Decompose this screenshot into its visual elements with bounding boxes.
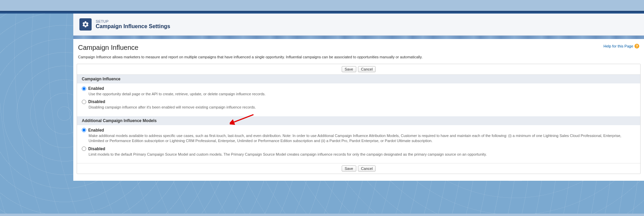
radio-am-enabled[interactable] [82, 128, 86, 132]
radio-label-ci-disabled: Disabled [88, 99, 105, 104]
content-wrapper: SETUP Campaign Influence Settings Campai… [73, 14, 644, 181]
save-button[interactable]: Save [342, 66, 356, 72]
cancel-button-bottom[interactable]: Cancel [358, 165, 376, 172]
radio-group-additional-models: Enabled Make additional models available… [77, 125, 640, 163]
page-heading: Campaign Influence [78, 44, 138, 52]
radio-desc-ci-enabled: Use the opportunity detail page or the A… [89, 92, 636, 97]
section-header-campaign-influence: Campaign Influence [77, 75, 640, 83]
top-bar [0, 0, 644, 11]
section-header-additional-models-text: Additional Campaign Influence Models [82, 118, 157, 123]
main-background: SETUP Campaign Influence Settings Campai… [0, 14, 644, 214]
radio-item-ci-enabled: Enabled Use the opportunity detail page … [82, 86, 636, 97]
button-row-top: Save Cancel [77, 64, 640, 75]
help-link-text: Help for this Page [604, 44, 633, 48]
main-panel: Campaign Influence Help for this Page ? … [73, 39, 644, 181]
header-title: Campaign Influence Settings [96, 23, 170, 30]
radio-ci-disabled[interactable] [82, 100, 86, 104]
decorative-strip [73, 36, 644, 39]
radio-label-am-disabled: Disabled [88, 146, 105, 151]
section-header-additional-models: Additional Campaign Influence Models [77, 116, 640, 125]
form-container: Save Cancel Campaign Influence Enabled U… [77, 64, 641, 174]
radio-item-ci-disabled: Disabled Disabling campaign influence af… [82, 99, 636, 110]
page-header-panel: SETUP Campaign Influence Settings [73, 14, 644, 36]
save-button-bottom[interactable]: Save [342, 165, 356, 172]
help-icon: ? [634, 44, 639, 48]
intro-text: Campaign Influence allows marketers to m… [77, 55, 641, 64]
blue-divider [0, 11, 644, 14]
radio-desc-am-enabled: Make additional models available to addr… [89, 133, 636, 144]
radio-label-ci-enabled: Enabled [88, 86, 104, 91]
gear-icon [79, 18, 92, 31]
radio-item-am-enabled: Enabled Make additional models available… [82, 128, 636, 144]
radio-group-campaign-influence: Enabled Use the opportunity detail page … [77, 83, 640, 116]
cancel-button[interactable]: Cancel [358, 66, 376, 72]
page-heading-row: Campaign Influence Help for this Page ? [77, 44, 641, 55]
header-subtitle: SETUP [96, 19, 170, 23]
radio-item-am-disabled: Disabled Limit models to the default Pri… [82, 146, 636, 157]
radio-desc-ci-disabled: Disabling campaign influence after it's … [89, 105, 636, 110]
radio-am-disabled[interactable] [82, 146, 86, 151]
radio-desc-am-disabled: Limit models to the default Primary Camp… [89, 152, 636, 157]
button-row-bottom: Save Cancel [77, 163, 640, 174]
radio-ci-enabled[interactable] [82, 86, 86, 91]
radio-label-am-enabled: Enabled [88, 128, 104, 133]
help-link[interactable]: Help for this Page ? [604, 44, 639, 48]
header-text-block: SETUP Campaign Influence Settings [96, 19, 170, 30]
